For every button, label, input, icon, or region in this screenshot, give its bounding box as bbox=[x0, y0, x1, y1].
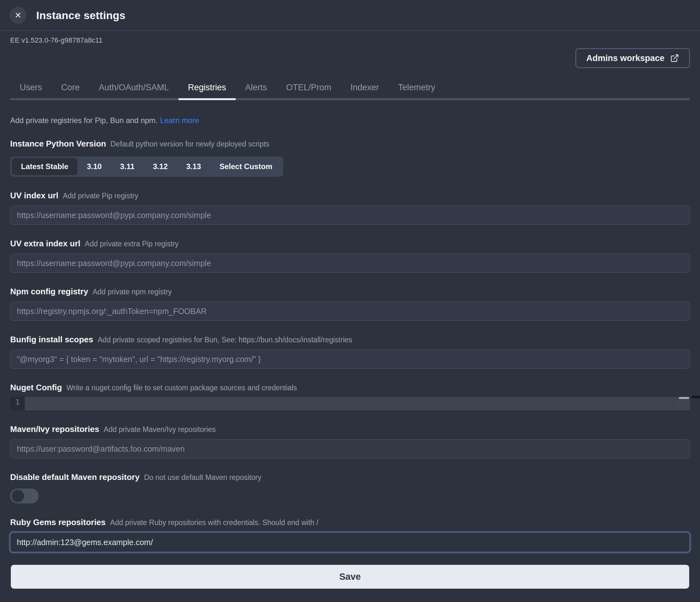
editor-scrollbar[interactable] bbox=[678, 397, 690, 410]
python-option-3-11[interactable]: 3.11 bbox=[111, 158, 144, 175]
uv-index-url-label: UV index url bbox=[10, 191, 58, 200]
tab-core[interactable]: Core bbox=[52, 82, 90, 100]
admins-workspace-button[interactable]: Admins workspace bbox=[575, 48, 690, 68]
nuget-config-label: Nuget Config bbox=[10, 383, 62, 392]
admins-workspace-label: Admins workspace bbox=[586, 53, 665, 63]
tab-users[interactable]: Users bbox=[10, 82, 52, 100]
bunfig-install-scopes-description: Add private scoped registries for Bun, S… bbox=[98, 336, 353, 344]
bunfig-install-scopes-input[interactable] bbox=[10, 350, 690, 369]
uv-index-url-input[interactable] bbox=[10, 206, 690, 225]
learn-more-link[interactable]: Learn more bbox=[160, 116, 199, 125]
maven-repositories-label: Maven/Ivy repositories bbox=[10, 424, 99, 434]
external-link-icon bbox=[670, 54, 679, 63]
ruby-gems-repositories-description: Add private Ruby repositories with crede… bbox=[110, 519, 319, 527]
window-scrollbar-thumb bbox=[692, 396, 700, 398]
python-option-select-custom[interactable]: Select Custom bbox=[210, 158, 282, 175]
nuget-config-group: Nuget Config Write a nuget.config file t… bbox=[10, 383, 690, 410]
disable-default-maven-group: Disable default Maven repository Do not … bbox=[10, 472, 690, 503]
python-option-3-10[interactable]: 3.10 bbox=[77, 158, 111, 175]
python-option-3-12[interactable]: 3.12 bbox=[144, 158, 177, 175]
python-version-label: Instance Python Version bbox=[10, 139, 106, 149]
editor-scrollbar-thumb[interactable] bbox=[679, 397, 689, 399]
python-option-3-13[interactable]: 3.13 bbox=[177, 158, 210, 175]
tab-telemetry[interactable]: Telemetry bbox=[389, 82, 445, 100]
tab-indexer[interactable]: Indexer bbox=[341, 82, 389, 100]
intro-text: Add private registries for Pip, Bun and … bbox=[10, 116, 157, 125]
uv-extra-index-url-input[interactable] bbox=[10, 254, 690, 273]
save-button[interactable]: Save bbox=[11, 565, 689, 589]
ruby-gems-repositories-group: Ruby Gems repositories Add private Ruby … bbox=[10, 517, 690, 552]
bunfig-install-scopes-label: Bunfig install scopes bbox=[10, 335, 93, 344]
uv-extra-index-url-description: Add private extra Pip registry bbox=[85, 240, 178, 248]
tab-auth-oauth-saml[interactable]: Auth/OAuth/SAML bbox=[89, 82, 178, 100]
tab-registries[interactable]: Registries bbox=[178, 82, 236, 100]
clipped-workspace-title: Windmill bbox=[10, 31, 690, 33]
version-label: EE v1.523.0-76-g98787a8c11 bbox=[10, 36, 690, 45]
bunfig-install-scopes-group: Bunfig install scopes Add private scoped… bbox=[10, 335, 690, 369]
workspace-button-row: Admins workspace bbox=[10, 48, 690, 68]
disable-default-maven-label: Disable default Maven repository bbox=[10, 472, 140, 482]
tab-otel-prom[interactable]: OTEL/Prom bbox=[277, 82, 341, 100]
npm-config-registry-input[interactable] bbox=[10, 302, 690, 321]
settings-tabs: Users Core Auth/OAuth/SAML Registries Al… bbox=[10, 82, 690, 100]
uv-extra-index-url-group: UV extra index url Add private extra Pip… bbox=[10, 239, 690, 273]
close-button[interactable]: ✕ bbox=[9, 7, 27, 24]
npm-config-registry-description: Add private npm registry bbox=[93, 288, 172, 296]
python-version-description: Default python version for newly deploye… bbox=[110, 140, 269, 148]
maven-repositories-input[interactable] bbox=[10, 439, 690, 458]
ruby-gems-repositories-label: Ruby Gems repositories bbox=[10, 517, 106, 527]
close-icon: ✕ bbox=[15, 11, 22, 19]
registries-intro: Add private registries for Pip, Bun and … bbox=[10, 116, 690, 125]
disable-default-maven-toggle[interactable] bbox=[10, 488, 39, 503]
maven-repositories-description: Add private Maven/Ivy repositories bbox=[103, 425, 216, 434]
python-version-segmented-control: Latest Stable 3.10 3.11 3.12 3.13 Select… bbox=[10, 156, 283, 177]
nuget-config-description: Write a nuget.config file to set custom … bbox=[66, 384, 297, 392]
ruby-gems-repositories-input[interactable] bbox=[10, 532, 690, 552]
nuget-config-editor: 1 bbox=[10, 397, 690, 410]
npm-config-registry-group: Npm config registry Add private npm regi… bbox=[10, 287, 690, 321]
modal-header: ✕ Instance settings bbox=[0, 0, 700, 31]
python-option-latest-stable[interactable]: Latest Stable bbox=[12, 158, 77, 175]
toggle-knob bbox=[12, 490, 24, 502]
uv-index-url-group: UV index url Add private Pip registry bbox=[10, 191, 690, 225]
disable-default-maven-description: Do not use default Maven repository bbox=[144, 473, 261, 482]
editor-line-number: 1 bbox=[10, 397, 25, 410]
tab-alerts[interactable]: Alerts bbox=[236, 82, 277, 100]
maven-repositories-group: Maven/Ivy repositories Add private Maven… bbox=[10, 424, 690, 458]
python-version-group: Instance Python Version Default python v… bbox=[10, 139, 690, 177]
page-title: Instance settings bbox=[36, 9, 125, 22]
uv-extra-index-url-label: UV extra index url bbox=[10, 239, 80, 248]
npm-config-registry-label: Npm config registry bbox=[10, 287, 88, 296]
nuget-config-editor-line[interactable] bbox=[25, 397, 678, 410]
uv-index-url-description: Add private Pip registry bbox=[63, 192, 139, 200]
settings-content: Windmill EE v1.523.0-76-g98787a8c11 Admi… bbox=[0, 31, 700, 589]
